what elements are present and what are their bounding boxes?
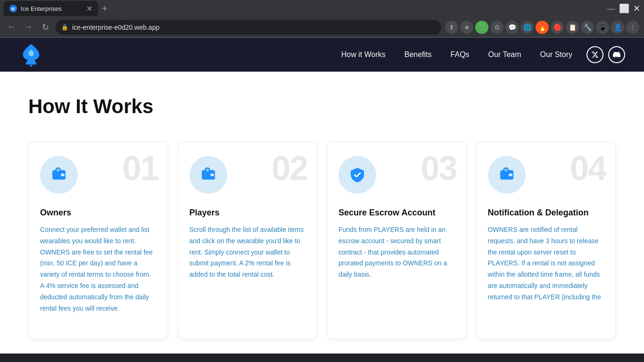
tab-favicon-icon: IE	[9, 5, 17, 12]
extension-icon-5[interactable]: 🔥	[536, 21, 549, 34]
card-title-4: Notification & Delegation	[488, 208, 604, 218]
toolbar-icons: ⬆ ★ 🛡 ⚙ 💬 🌐 🔥 🔴 📋 🔧 📱 👤 ⋮	[445, 21, 639, 34]
discord-icon[interactable]	[608, 46, 625, 63]
extension-icon-9[interactable]: 📱	[596, 21, 609, 34]
website-content: .sp{fill:#1e90ff;} How it Works Benefits…	[0, 38, 644, 354]
extension-icon-7[interactable]: 📋	[566, 21, 579, 34]
extension-icon-2[interactable]: ⚙	[490, 21, 504, 34]
bookmark-icon[interactable]: ★	[460, 21, 473, 34]
card-number-4: 04	[570, 151, 606, 185]
back-button[interactable]: ←	[5, 21, 18, 34]
card-body-3: Funds from PLAYERS are held in an escrow…	[339, 224, 455, 280]
profile-icon[interactable]: 👤	[611, 21, 624, 34]
extension-icon-4[interactable]: 🌐	[520, 21, 534, 34]
svg-point-15	[504, 169, 507, 172]
card-icon-circle-3	[339, 156, 376, 194]
tab-title: Ice Enterprises	[21, 5, 62, 12]
card-number-2: 02	[272, 151, 307, 185]
refresh-button[interactable]: ↻	[39, 21, 52, 34]
window-minimize-button[interactable]: —	[607, 4, 615, 14]
tab-close-button[interactable]: ✕	[86, 4, 92, 13]
twitter-bird-icon	[591, 51, 599, 58]
card-number-3: 03	[421, 151, 456, 185]
social-icons	[586, 46, 625, 63]
svg-point-11	[206, 169, 209, 172]
card-icon-circle-1	[40, 156, 78, 194]
page-title: How It Works	[28, 95, 616, 118]
twitter-icon[interactable]	[586, 46, 603, 63]
discord-logo-icon	[613, 51, 620, 58]
card-icon-circle-2	[190, 156, 227, 194]
card-escrow: 03 Secure Escrow Account Funds from PLAY…	[327, 141, 467, 339]
extension-icon-1[interactable]: 🛡	[475, 21, 488, 34]
window-controls: — ⬜ ✕	[607, 3, 640, 14]
svg-rect-5	[61, 173, 65, 176]
extension-icon-8[interactable]: 🔧	[581, 21, 594, 34]
logo-icon: .sp{fill:#1e90ff;}	[19, 42, 43, 67]
address-bar[interactable]: 🔒 ice-enterprise-e0d20.web.app	[56, 20, 441, 35]
card-title-2: Players	[190, 208, 306, 218]
wallet-icon-4	[498, 166, 515, 183]
card-icon-circle-4	[488, 156, 526, 194]
card-body-2: Scroll through the list of available ite…	[190, 224, 306, 280]
wallet-icon-2	[200, 166, 217, 183]
shield-check-icon	[349, 166, 366, 183]
nav-link-faqs[interactable]: FAQs	[451, 50, 470, 59]
svg-marker-3	[29, 65, 33, 67]
card-title-3: Secure Escrow Account	[339, 208, 455, 218]
menu-icon[interactable]: ⋮	[626, 21, 639, 34]
active-tab[interactable]: IE Ice Enterprises ✕	[4, 1, 98, 16]
url-text: ice-enterprise-e0d20.web.app	[72, 24, 436, 31]
card-body-1: Connect your preferred wallet and list w…	[40, 224, 157, 314]
lock-icon: 🔒	[61, 24, 68, 31]
forward-button[interactable]: →	[22, 21, 35, 34]
wallet-icon-1	[50, 166, 67, 183]
extension-icon-6[interactable]: 🔴	[551, 21, 564, 34]
card-body-4: OWNERS are notified of rental requests, …	[488, 224, 604, 303]
extension-icon-3[interactable]: 💬	[505, 21, 519, 34]
card-notification: 04 Notification & Delegation OWNERS are …	[476, 141, 616, 339]
card-owners: 01 Owners Connect your preferred wallet …	[28, 141, 168, 339]
new-tab-button[interactable]: +	[102, 3, 107, 14]
nav-link-our-team[interactable]: Our Team	[488, 50, 521, 59]
main-content: How It Works 01 Owners Connect your	[0, 72, 644, 354]
nav-link-how-it-works[interactable]: How it Works	[341, 50, 386, 59]
share-icon[interactable]: ⬆	[445, 21, 458, 34]
svg-rect-13	[509, 173, 512, 176]
card-players: 02 Players Scroll through the list of av…	[178, 141, 318, 339]
nav-link-our-story[interactable]: Our Story	[540, 50, 572, 59]
svg-point-7	[57, 169, 59, 172]
window-maximize-button[interactable]: ⬜	[619, 3, 629, 14]
logo[interactable]: .sp{fill:#1e90ff;}	[19, 42, 43, 67]
navbar: .sp{fill:#1e90ff;} How it Works Benefits…	[0, 38, 644, 72]
browser-toolbar: ← → ↻ 🔒 ice-enterprise-e0d20.web.app ⬆ ★…	[0, 17, 644, 38]
browser-window: IE Ice Enterprises ✕ + — ⬜ ✕ ← → ↻ 🔒 ice…	[0, 0, 644, 362]
nav-links: How it Works Benefits FAQs Our Team Our …	[341, 50, 572, 59]
cards-grid: 01 Owners Connect your preferred wallet …	[28, 141, 616, 339]
card-title-1: Owners	[40, 208, 157, 218]
browser-tabs-bar: IE Ice Enterprises ✕ + — ⬜ ✕	[0, 0, 644, 17]
nav-link-benefits[interactable]: Benefits	[405, 50, 432, 59]
card-number-1: 01	[122, 151, 158, 185]
svg-rect-9	[210, 173, 214, 176]
window-close-button[interactable]: ✕	[633, 3, 640, 14]
svg-text:IE: IE	[11, 7, 16, 11]
